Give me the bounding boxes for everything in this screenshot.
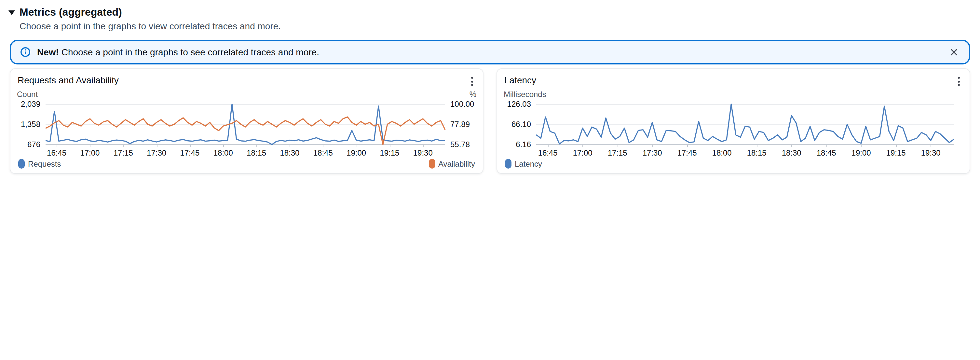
y-axis-tick-label: 100.00: [450, 100, 476, 108]
y-axis-unit-left: Milliseconds: [504, 90, 546, 99]
x-axis-tickmark: [826, 145, 827, 147]
legend-item-latency[interactable]: Latency: [505, 159, 542, 169]
x-axis-tick-label: 19:15: [380, 148, 399, 158]
y-axis-tick-label: 126.03: [504, 100, 531, 108]
chart-legend: Latency: [505, 159, 962, 169]
x-axis-tick-label: 19:00: [347, 148, 366, 158]
legend-item-requests[interactable]: Requests: [18, 159, 61, 169]
metrics-section-subtitle: Choose a point in the graphs to view cor…: [19, 20, 980, 32]
x-axis-tickmark: [156, 145, 157, 147]
series-line-latency[interactable]: [536, 104, 954, 144]
caret-down-icon[interactable]: [8, 10, 15, 14]
x-axis-tickmark: [290, 145, 290, 147]
x-axis-tickmark: [323, 145, 324, 147]
x-axis-tick-label: 19:00: [851, 148, 871, 158]
x-axis-tick-label: 17:15: [608, 148, 627, 158]
x-axis-tickmark: [256, 145, 257, 147]
chart-title: Requests and Availability: [18, 75, 119, 85]
x-axis-tickmark: [757, 145, 757, 147]
x-axis-tickmark: [652, 145, 653, 147]
chart-plot-area[interactable]: Milliseconds126.0366.106.1616:4517:0017:…: [504, 89, 963, 173]
x-axis-tickmark: [190, 145, 190, 147]
x-axis-tickmark: [57, 145, 57, 147]
x-axis-tick-label: 18:00: [213, 148, 233, 158]
x-axis-tickmark: [583, 145, 583, 147]
x-axis-tick-label: 16:45: [47, 148, 66, 158]
legend-label: Latency: [515, 159, 542, 168]
chart-card-requests-availability: Requests and Availability Count%2,0391,3…: [10, 68, 484, 174]
x-axis-tickmark: [896, 145, 897, 147]
legend-marker: [18, 159, 25, 169]
chart-plot-area[interactable]: Count%2,0391,358676100.0077.8955.7816:45…: [17, 89, 476, 173]
x-axis-tick-label: 18:15: [747, 148, 767, 158]
x-axis-tickmark: [423, 145, 424, 147]
x-axis-tick-label: 19:30: [413, 148, 433, 158]
x-axis-tickmark: [792, 145, 792, 147]
dismiss-banner-button[interactable]: [948, 46, 960, 58]
x-axis-tickmark: [617, 145, 618, 147]
x-axis-tickmark: [687, 145, 688, 147]
banner-text: New! Choose a point in the graphs to see…: [37, 47, 319, 57]
legend-item-availability[interactable]: Availability: [428, 159, 475, 169]
x-axis-tickmark: [861, 145, 862, 147]
y-axis-tick-label: 1,358: [17, 120, 40, 128]
x-axis-tickmark: [90, 145, 91, 147]
y-axis-unit-right: %: [469, 90, 476, 99]
legend-label: Requests: [28, 159, 61, 168]
x-axis-tick-label: 17:45: [180, 148, 199, 158]
vertical-ellipsis-icon[interactable]: [955, 75, 963, 88]
chart-title: Latency: [504, 75, 536, 85]
metrics-chart-grid: Requests and Availability Count%2,0391,3…: [10, 68, 970, 180]
x-axis-tickmark: [123, 145, 124, 147]
y-axis-unit-left: Count: [17, 90, 38, 99]
x-axis-tick-label: 17:15: [113, 148, 133, 158]
x-axis-tick-label: 18:30: [782, 148, 801, 158]
y-axis-tick-label: 55.78: [450, 141, 476, 148]
metrics-section-title[interactable]: Metrics (aggregated): [19, 6, 122, 18]
plot-box[interactable]: 16:4517:0017:1517:3017:4518:0018:1518:30…: [536, 104, 954, 145]
legend-marker: [505, 159, 511, 169]
info-banner: New! Choose a point in the graphs to see…: [10, 40, 970, 64]
x-axis-tick-label: 19:30: [921, 148, 941, 158]
x-axis-tick-label: 18:00: [712, 148, 732, 158]
y-axis-tick-label: 6.16: [504, 141, 531, 148]
x-axis-tick-label: 16:45: [538, 148, 558, 158]
plot-box[interactable]: 16:4517:0017:1517:3017:4518:0018:1518:30…: [46, 104, 445, 145]
x-axis-tickmark: [722, 145, 723, 147]
x-axis-tickmark: [390, 145, 390, 147]
y-axis-tick-label: 66.10: [504, 120, 531, 128]
chart-lines: [536, 104, 954, 145]
chart-legend: RequestsAvailability: [18, 159, 475, 169]
metrics-section-header: Metrics (aggregated): [0, 0, 980, 18]
y-axis-tick-label: 2,039: [17, 100, 40, 108]
legend-marker: [428, 159, 435, 169]
x-axis-tick-label: 18:45: [817, 148, 836, 158]
legend-label: Availability: [438, 159, 475, 168]
x-axis-tick-label: 18:30: [280, 148, 299, 158]
x-axis-tick-label: 17:45: [678, 148, 697, 158]
x-axis-tickmark: [223, 145, 224, 147]
x-axis-tick-label: 17:30: [643, 148, 662, 158]
chart-lines: [46, 104, 445, 145]
x-axis-tick-label: 17:00: [80, 148, 100, 158]
x-axis-tick-label: 19:15: [886, 148, 906, 158]
vertical-ellipsis-icon[interactable]: [468, 75, 476, 88]
x-axis-tickmark: [356, 145, 357, 147]
page: Metrics (aggregated) Choose a point in t…: [0, 0, 980, 180]
x-axis-tickmark: [548, 145, 549, 147]
y-axis-tick-label: 676: [17, 141, 40, 148]
info-circle-icon: [20, 47, 30, 57]
series-line-requests[interactable]: [46, 104, 445, 145]
x-axis-tick-label: 18:15: [247, 148, 266, 158]
chart-card-latency: Latency Milliseconds126.0366.106.1616:45…: [496, 68, 970, 174]
x-axis-tick-label: 17:30: [147, 148, 166, 158]
x-axis-tick-label: 18:45: [313, 148, 333, 158]
banner-highlight: New!: [37, 47, 59, 57]
x-axis-tickmark: [931, 145, 932, 147]
x-axis-tick-label: 17:00: [573, 148, 592, 158]
y-axis-tick-label: 77.89: [450, 120, 476, 128]
